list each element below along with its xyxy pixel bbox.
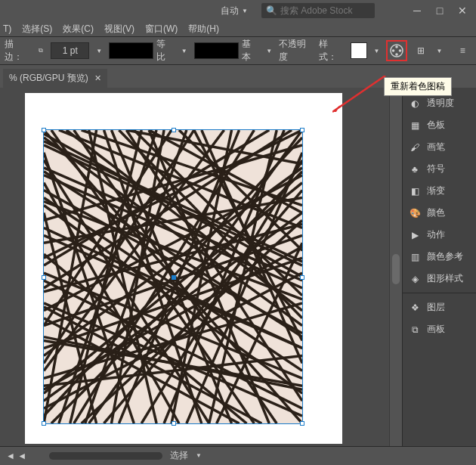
menu-window[interactable]: 窗口(W) (145, 23, 178, 36)
control-bar: 描边： ⧉ 1 pt ▼ 等比 ▼ 基本 ▼ 不透明度 样式： ▼ ⊞ ▼ ≡ (0, 36, 476, 65)
selection-handle[interactable] (300, 421, 304, 426)
recolor-tooltip: 重新着色图稿 (384, 77, 452, 96)
panel-layers[interactable]: ❖图层 (403, 296, 476, 318)
status-bar: ◄ ◄ 选择 ▼ (0, 446, 476, 464)
play-icon: ▶ (409, 229, 421, 241)
status-nav[interactable]: ◄ ◄ (6, 451, 26, 461)
workspace-dropdown[interactable]: 自动 ▼ (215, 3, 254, 18)
gradient-icon: ◧ (409, 185, 421, 197)
status-select-label[interactable]: 选择 (170, 449, 188, 462)
align-icon[interactable]: ⊞ (412, 42, 430, 60)
document-tab[interactable]: % (RGB/GPU 预览) ✕ (3, 69, 107, 88)
canvas-area[interactable] (0, 88, 389, 446)
profile-dropdown[interactable]: ▼ (179, 42, 190, 59)
panel-symbols[interactable]: ♣符号 (403, 158, 476, 180)
panel-color[interactable]: 🎨颜色 (403, 202, 476, 224)
tab-title: % (RGB/GPU 预览) (9, 72, 88, 85)
align-dropdown[interactable]: ▼ (434, 42, 445, 59)
style-swatch[interactable] (351, 42, 367, 59)
panel-brushes[interactable]: 🖌画笔 (403, 136, 476, 158)
panel-artboards[interactable]: ⧉画板 (403, 318, 476, 340)
selection-handle[interactable] (42, 421, 46, 426)
svg-point-3 (395, 53, 398, 56)
menu-bar: T) 选择(S) 效果(C) 视图(V) 窗口(W) 帮助(H) (0, 21, 476, 36)
transparency-icon: ◐ (409, 98, 421, 110)
artboard (25, 93, 342, 444)
svg-point-4 (392, 49, 395, 52)
panel-swatches[interactable]: ▦色板 (403, 114, 476, 136)
title-bar: 自动 ▼ 🔍搜索 Adobe Stock ─ □ ✕ (0, 0, 476, 21)
svg-point-2 (399, 49, 402, 52)
search-input[interactable]: 🔍搜索 Adobe Stock (261, 3, 375, 18)
brush-dropdown[interactable]: ▼ (264, 42, 274, 59)
panels-dock: ◐透明度 ▦色板 🖌画笔 ♣符号 ◧渐变 🎨颜色 ▶动作 ▥颜色参考 ◈图形样式… (402, 88, 476, 446)
menu-view[interactable]: 视图(V) (104, 23, 134, 36)
color-icon: 🎨 (409, 207, 421, 219)
symbol-icon: ♣ (409, 163, 421, 175)
status-dropdown-icon[interactable]: ▼ (196, 452, 202, 459)
panel-colorguide[interactable]: ▥颜色参考 (403, 246, 476, 268)
horizontal-scrollbar[interactable] (49, 452, 162, 460)
selection-handle[interactable] (300, 275, 304, 280)
profile-swatch[interactable] (109, 42, 153, 59)
selection-handle[interactable] (42, 275, 46, 280)
recolor-artwork-button[interactable] (386, 40, 407, 61)
layers-icon: ❖ (409, 302, 421, 314)
basic-label: 基本 (242, 38, 260, 64)
panel-graphicstyles[interactable]: ◈图形样式 (403, 268, 476, 290)
selection-handle[interactable] (300, 128, 304, 132)
stroke-link-icon[interactable]: ⧉ (36, 42, 46, 59)
stroke-label: 描边： (5, 38, 31, 64)
maximize-button[interactable]: □ (429, 3, 450, 18)
vertical-scrollbar[interactable] (389, 88, 402, 446)
artboard-icon: ⧉ (409, 324, 421, 336)
panel-menu-icon[interactable]: ≡ (453, 42, 471, 60)
brush-icon: 🖌 (409, 141, 421, 153)
minimize-button[interactable]: ─ (406, 3, 428, 18)
tab-close-icon[interactable]: ✕ (94, 73, 101, 83)
stroke-width-dropdown[interactable]: ▼ (94, 42, 104, 59)
svg-point-1 (395, 45, 398, 48)
scale-label: 等比 (156, 38, 175, 64)
brush-swatch[interactable] (194, 42, 239, 59)
close-button[interactable]: ✕ (452, 3, 473, 18)
selection-handle[interactable] (172, 421, 176, 426)
menu-help[interactable]: 帮助(H) (188, 23, 219, 36)
selected-artwork[interactable] (43, 129, 303, 424)
panel-actions[interactable]: ▶动作 (403, 224, 476, 246)
opacity-label[interactable]: 不透明度 (279, 38, 314, 64)
stroke-width-input[interactable]: 1 pt (51, 42, 89, 59)
selection-handle[interactable] (42, 128, 46, 132)
style-dropdown[interactable]: ▼ (372, 42, 382, 59)
selection-handle[interactable] (172, 128, 176, 132)
selection-handle[interactable] (172, 275, 176, 280)
swatch-icon: ▦ (409, 119, 421, 132)
menu-effect[interactable]: 效果(C) (63, 23, 94, 36)
panel-gradient[interactable]: ◧渐变 (403, 180, 476, 202)
style-label: 样式： (319, 38, 345, 64)
colorguide-icon: ▥ (409, 251, 421, 263)
graphicstyle-icon: ◈ (409, 273, 421, 285)
menu-select[interactable]: 选择(S) (22, 23, 52, 36)
menu-type[interactable]: T) (3, 23, 11, 34)
